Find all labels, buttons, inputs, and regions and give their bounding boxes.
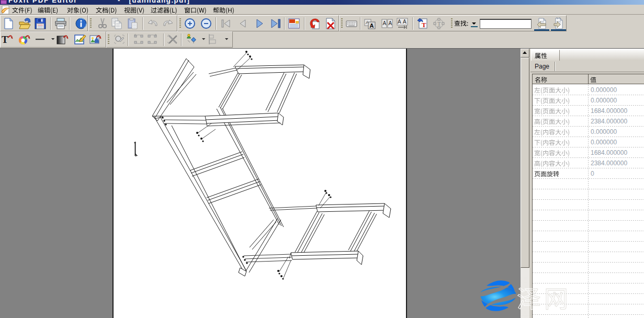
svg-text:A: A [403, 19, 406, 25]
svg-text:A: A [370, 22, 374, 29]
svg-text:A: A [389, 20, 392, 26]
svg-text:T: T [437, 20, 441, 27]
svg-text:A: A [398, 19, 401, 25]
svg-text:A: A [383, 20, 387, 26]
svg-text:T: T [2, 34, 8, 45]
svg-text:T: T [422, 21, 426, 29]
